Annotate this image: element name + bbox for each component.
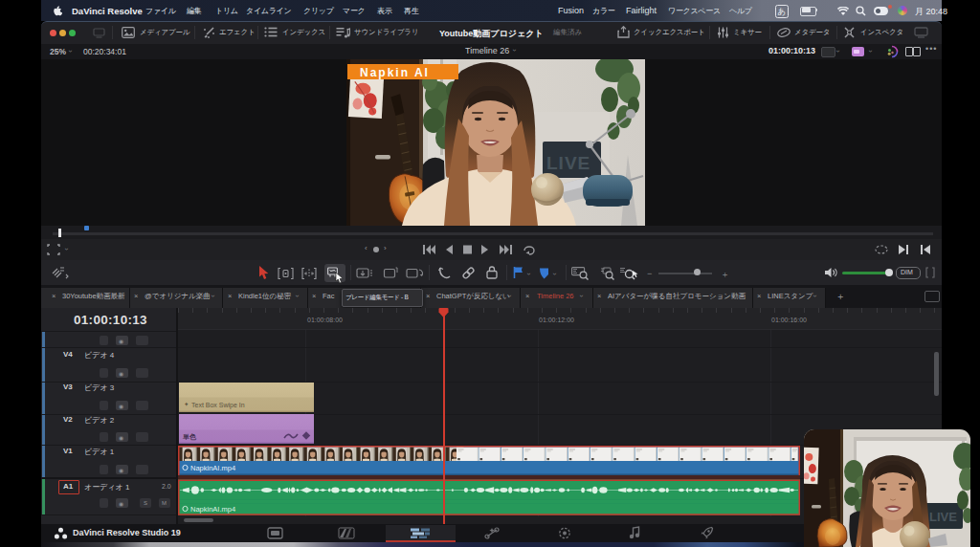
svg-text:LIVE: LIVE bbox=[546, 153, 590, 173]
svg-text:LIVE: LIVE bbox=[929, 510, 957, 524]
svg-text:NapkinAI.mp4: NapkinAI.mp4 bbox=[190, 505, 235, 514]
svg-text:Napkin AI: Napkin AI bbox=[360, 66, 430, 79]
svg-text:NapkinAI.mp4: NapkinAI.mp4 bbox=[190, 464, 235, 472]
